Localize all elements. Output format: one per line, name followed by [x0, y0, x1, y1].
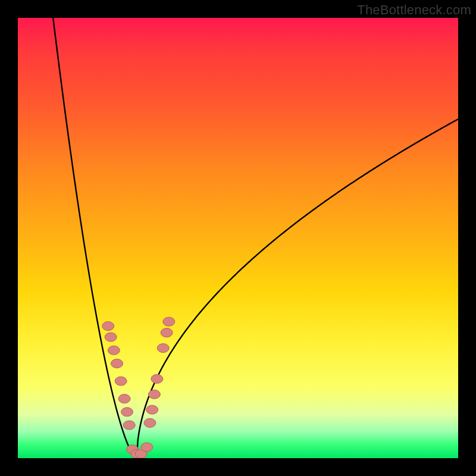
data-marker: [121, 408, 133, 416]
data-marker: [141, 443, 153, 452]
data-marker: [115, 377, 127, 386]
curve-layer: [18, 18, 458, 458]
data-marker: [151, 374, 163, 383]
data-marker: [146, 405, 158, 414]
data-marker: [118, 394, 130, 403]
data-marker: [161, 328, 173, 337]
chart-frame: TheBottleneck.com: [0, 0, 476, 476]
data-marker: [108, 346, 120, 355]
data-marker: [102, 322, 114, 331]
watermark-text: TheBottleneck.com: [357, 2, 471, 18]
data-marker: [123, 421, 135, 430]
data-marker: [163, 317, 175, 326]
data-marker: [111, 359, 123, 368]
data-marker: [105, 333, 117, 342]
data-marker: [157, 344, 169, 353]
bottleneck-curve: [53, 18, 458, 458]
plot-area: [18, 18, 458, 458]
data-marker: [144, 418, 156, 427]
data-marker: [148, 390, 160, 399]
